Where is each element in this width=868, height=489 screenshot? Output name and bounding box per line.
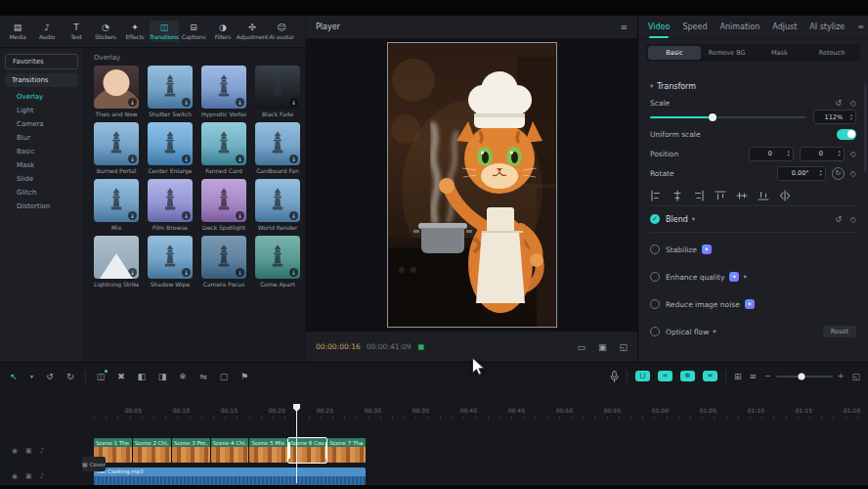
inspector-tab[interactable]: AI stylize [809,22,845,31]
freeze-frame-icon[interactable]: ❄ [177,372,189,381]
transition-thumbnail[interactable]: ↓ [148,122,193,165]
transition-thumbnail[interactable]: ↓ [94,236,139,279]
toolbar-item[interactable]: ✣ Adjustment [238,21,267,42]
quality-icon[interactable]: ▦ [418,343,425,351]
keyframe-icon[interactable]: ◇ [850,150,856,158]
sidebar-item[interactable]: Blur [0,131,83,145]
timeline-clip[interactable]: Scene 3 Pre... [172,438,210,463]
toolbar-item[interactable]: ◔ Stickers [91,21,120,42]
redo-icon[interactable]: ↻ [65,372,76,381]
transition-thumbnail[interactable]: ↓ [94,179,139,222]
position-x-input[interactable]: 0 ▴ ▾ [749,147,794,161]
transition-item[interactable]: ↓ Black Fade [255,66,300,117]
align-right-icon[interactable] [693,187,705,199]
video-preview[interactable] [388,43,556,327]
transition-item[interactable]: ↓ Mix [94,179,139,231]
step-down-icon[interactable]: ▾ [839,154,841,157]
toolbar-item[interactable]: ♪ Audio [32,21,62,42]
sidebar-item[interactable]: Camera [0,117,83,131]
sidebar-item-favorites[interactable]: Favorites [5,54,78,69]
sidebar-item[interactable]: Slide [0,172,83,186]
sidebar-item[interactable]: Mask [0,158,83,172]
transition-thumbnail[interactable]: ↓ [148,236,193,279]
transform-section-header[interactable]: ▾ Transform [650,76,856,96]
chevron-down-icon[interactable]: ▾ [692,215,695,223]
auto-snap-icon[interactable]: ≍ [703,371,717,381]
transition-thumbnail[interactable]: ↓ [148,179,193,222]
sidebar-item[interactable]: Basic [0,145,83,158]
align-middle-icon[interactable] [736,187,748,199]
flip-horizontal-icon[interactable] [779,187,791,199]
track-lock-icon[interactable]: ▣ [25,472,32,480]
track-mute-icon[interactable]: ♪ [40,447,44,455]
step-down-icon[interactable]: ▾ [788,154,790,157]
undo-icon[interactable]: ↺ [44,372,56,381]
align-left-icon[interactable] [650,187,662,199]
keyframe-icon[interactable]: ◇ [850,169,856,178]
inspector-tab[interactable]: Animation [720,22,760,31]
reset-icon[interactable]: ↺ [835,99,842,108]
transition-thumbnail[interactable]: ↓ [148,66,193,109]
toolbar-item[interactable]: ☺ AI avatar [267,21,296,42]
transition-item[interactable]: ↓ Shutter Switch [148,66,193,117]
reset-button[interactable]: Reset [823,326,856,337]
reduce-noise-checkbox[interactable] [650,299,660,309]
toolbar-item[interactable]: ▤ Media [3,21,32,42]
reset-icon[interactable]: ↺ [835,215,842,224]
inspector-subtab[interactable]: Retouch [805,46,858,60]
sidebar-group-transitions[interactable]: Transitions [5,73,78,87]
transition-item[interactable]: ↓ Then and Now [94,66,139,117]
panel-options-icon[interactable]: ≡ [857,22,864,31]
transition-thumbnail[interactable]: ↓ [201,122,246,165]
fit-timeline-icon[interactable]: ◱ [851,372,860,381]
playhead[interactable] [293,404,300,483]
transition-item[interactable]: ↓ Deck Spotlight [201,179,246,231]
marker-icon[interactable]: ⚑ [239,372,250,381]
rotate-dial[interactable]: ↻ [832,167,845,180]
timeline-clip[interactable]: Scene 4 Chi... [211,438,249,463]
transition-thumbnail[interactable]: ↓ [255,236,300,279]
cover-button[interactable]: ▦ Cover [82,457,106,471]
transition-item[interactable]: ↓ Camera Focus [201,236,246,288]
transition-item[interactable]: ↓ Hypnotic Vortex [201,66,246,117]
timeline-clip[interactable]: Scene 5 Mix... [249,438,287,463]
link-clips-icon[interactable]: ∞ [658,371,673,381]
transition-item[interactable]: ↓ World Render [255,179,300,231]
transition-item[interactable]: ↓ Film Browse [148,179,193,231]
transition-thumbnail[interactable]: ↓ [94,66,139,109]
toolbar-item[interactable]: ⊟ Captions [179,21,208,42]
tool-dropdown-icon[interactable]: ▾ [28,373,35,379]
toolbar-item[interactable]: T Text [62,21,91,42]
transition-item[interactable]: ↓ Come Apart [255,236,300,288]
stabilize-checkbox[interactable] [650,244,660,254]
toolbar-item[interactable]: ✦ Effects [120,21,150,42]
track-height-icon[interactable]: ⊞ [734,372,742,381]
optical-flow-checkbox[interactable] [650,327,660,336]
transition-thumbnail[interactable]: ↓ [94,122,139,165]
sidebar-item[interactable]: Light [0,104,83,117]
zoom-out-icon[interactable]: − [764,372,771,380]
align-top-icon[interactable] [715,187,726,199]
rotate-value-input[interactable]: 0.00° ▴ ▾ [777,166,826,181]
inspector-tab[interactable]: Speed [682,22,707,31]
transition-thumbnail[interactable]: ↓ [255,66,300,109]
trim-left-icon[interactable]: ◧ [136,372,148,381]
player-menu-icon[interactable]: ≡ [620,22,628,32]
preview-axis-icon[interactable]: ⊕ [680,371,695,381]
timeline-clip[interactable]: Scene 7 Tha... [327,438,366,463]
scale-value-input[interactable]: 112% ▴ ▾ [813,110,856,124]
fullscreen-icon[interactable]: ◱ [619,342,628,352]
step-down-icon[interactable]: ▾ [820,173,822,177]
transition-item[interactable]: ↓ Shadow Wipe [148,236,193,288]
sidebar-item[interactable]: Overlay [0,90,83,104]
blend-checkbox[interactable]: ✓ [650,214,660,224]
inspector-subtab[interactable]: Mask [754,46,806,60]
transition-item[interactable]: ↓ Fanned Card [201,122,246,174]
chevron-down-icon[interactable]: ▾ [713,328,716,335]
audio-clip[interactable]: Cat Cooking.mp3 [94,467,366,485]
magnet-snap-icon[interactable]: ⋃ [635,371,650,381]
toolbar-item[interactable]: ◑ Filters [208,21,238,42]
track-lock-icon[interactable]: ▣ [25,447,32,455]
timeline-ruler[interactable]: 00:0500:1000:1500:2000:2500:3000:3500:40… [94,406,860,420]
crop-icon[interactable]: ▢ [218,372,230,381]
